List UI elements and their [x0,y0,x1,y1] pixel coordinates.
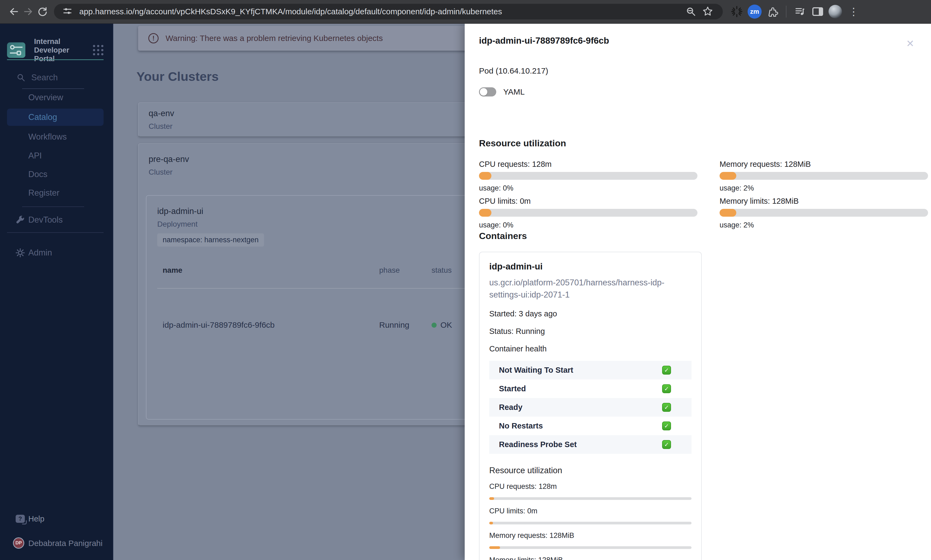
playlist-extension-icon[interactable] [793,5,807,18]
sidebar-section-divider [7,232,103,233]
check-icon: ✓ [662,440,671,449]
health-row: No Restarts ✓ [489,417,692,435]
container-metric-cpu-limits: CPU limits: 0m [489,507,692,525]
pod-phase-cell: Running [374,320,426,329]
progress-bar [720,209,928,217]
search-icon [17,73,25,82]
metric-memory-requests: Memory requests: 128MiB usage: 2% [720,160,928,192]
yaml-toggle-label: YAML [503,87,524,97]
sidebar-item-register[interactable]: Register [7,184,103,202]
status-ok-dot [432,323,437,328]
metric-cpu-requests: CPU requests: 128m usage: 0% [479,160,697,192]
container-resource-heading: Resource utilization [489,466,692,475]
resource-utilization-heading: Resource utilization [479,138,566,148]
container-card: idp-admin-ui us.gcr.io/platform-205701/h… [479,252,702,560]
help-chat-icon: ? [15,515,26,523]
sidebar: Internal Developer Portal Search Overvie… [0,24,113,560]
bookmark-star-icon[interactable] [701,5,715,18]
progress-bar [479,172,697,180]
col-phase: phase [374,266,426,275]
progress-bar [489,497,692,500]
progress-bar [489,546,692,549]
zoom-app-extension-icon[interactable]: zm [748,5,761,18]
close-icon[interactable]: ✕ [906,39,914,49]
container-metric-memory-requests: Memory requests: 128MiB [489,531,692,549]
status-ok-label: OK [441,320,452,329]
forward-icon[interactable] [21,5,35,18]
browser-profile-avatar[interactable] [829,5,842,18]
url-text[interactable]: app.harness.io/ng/account/vpCkHKsDSxK9_K… [79,7,502,16]
sidebar-user[interactable]: Debabrata Panigrahi [7,535,103,552]
sidebar-item-overview[interactable]: Overview [7,89,103,106]
health-row: Ready ✓ [489,398,692,417]
apps-grid-icon[interactable] [91,42,105,58]
check-icon: ✓ [662,384,671,393]
side-panel-icon[interactable] [811,5,825,18]
extensions-puzzle-icon[interactable] [765,5,780,18]
namespace-chip: namespace: harness-nextgen [157,233,264,246]
idp-logo-icon [7,42,25,59]
sidebar-item-api[interactable]: API [7,147,103,165]
browser-toolbar: app.harness.io/ng/account/vpCkHKsDSxK9_K… [0,0,931,24]
container-health-heading: Container health [489,345,692,353]
page-title: Your Clusters [136,69,219,84]
brand-divider [7,59,103,60]
spinner-extension-icon[interactable] [730,5,744,18]
yaml-toggle[interactable] [479,87,496,97]
warning-icon: ! [148,33,159,43]
toolbar-separator [786,6,786,17]
url-bar[interactable]: app.harness.io/ng/account/vpCkHKsDSxK9_K… [54,4,723,19]
reload-icon[interactable] [35,5,49,18]
sidebar-item-devtools[interactable]: DevTools [7,211,103,229]
browser-menu-icon[interactable]: ⋮ [846,6,862,17]
wrench-icon [15,215,26,225]
col-name: name [157,266,374,275]
progress-bar [479,209,697,217]
sidebar-item-workflows[interactable]: Workflows [7,128,103,146]
back-icon[interactable] [7,5,21,18]
check-icon: ✓ [662,422,671,430]
container-started: Started: 3 days ago [489,309,692,318]
sidebar-item-help[interactable]: ? Help [7,510,103,528]
container-name: idp-admin-ui [489,262,692,272]
health-row: Readiness Probe Set ✓ [489,435,692,454]
containers-heading: Containers [479,231,527,241]
health-row: Not Waiting To Start ✓ [489,361,692,380]
health-row: Started ✓ [489,380,692,398]
sidebar-item-docs[interactable]: Docs [7,166,103,183]
container-status: Status: Running [489,327,692,336]
search-placeholder: Search [31,73,58,83]
resource-metrics: CPU requests: 128m usage: 0% CPU limits:… [479,160,928,234]
site-info-icon[interactable] [62,6,73,17]
sidebar-search[interactable]: Search [17,73,58,83]
pod-details-drawer: idp-admin-ui-7889789fc6-9f6cb ✕ Pod (10.… [465,24,931,560]
extensions-zone: zm ⋮ [730,5,862,18]
sidebar-divider [22,206,84,207]
zoom-search-icon[interactable] [684,5,698,18]
metric-memory-limits: Memory limits: 128MiB usage: 2% [720,197,928,229]
container-metric-memory-limits: Memory limits: 128MiB [489,556,692,560]
container-image: us.gcr.io/platform-205701/harness/harnes… [489,277,692,301]
sidebar-item-admin[interactable]: Admin [7,244,103,262]
sidebar-item-catalog[interactable]: Catalog [7,109,103,126]
container-health-list: Not Waiting To Start ✓ Started ✓ Ready ✓… [489,361,692,454]
screen: app.harness.io/ng/account/vpCkHKsDSxK9_K… [0,0,931,560]
pod-name-cell: idp-admin-ui-7889789fc6-9f6cb [157,320,374,329]
progress-bar [720,172,928,180]
gear-icon [15,248,26,258]
metric-cpu-limits: CPU limits: 0m usage: 0% [479,197,697,229]
container-metric-cpu-requests: CPU requests: 128m [489,482,692,500]
check-icon: ✓ [662,366,671,375]
drawer-title: idp-admin-ui-7889789fc6-9f6cb [479,35,609,46]
check-icon: ✓ [662,403,671,412]
pod-subtitle: Pod (10.64.10.217) [479,66,548,75]
yaml-toggle-row: YAML [479,87,524,97]
warning-text: Warning: There was a problem retrieving … [166,34,383,43]
progress-bar [489,522,692,525]
